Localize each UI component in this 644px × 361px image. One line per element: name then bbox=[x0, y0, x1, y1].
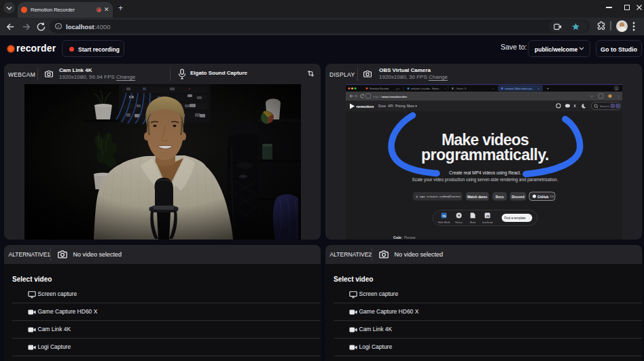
svg-text:Discord: Discord bbox=[512, 195, 524, 199]
svg-text:programmatically.: programmatically. bbox=[421, 146, 549, 164]
svg-text:TS: TS bbox=[442, 215, 446, 218]
svg-text:Code: Code bbox=[393, 236, 401, 240]
svg-text:API: API bbox=[388, 104, 393, 108]
svg-text:$ npx create-video@latest: $ npx create-video@latest bbox=[416, 195, 461, 198]
svg-text:+: + bbox=[547, 86, 549, 90]
svg-text:Find a template →: Find a template → bbox=[504, 216, 530, 220]
svg-text:Docs: Docs bbox=[495, 195, 503, 199]
svg-text:×: × bbox=[444, 88, 446, 90]
svg-text:JS: JS bbox=[486, 215, 489, 218]
svg-text:N: N bbox=[457, 214, 459, 217]
svg-text:remotion: remotion bbox=[356, 104, 374, 109]
svg-text:☆: ☆ bbox=[590, 94, 594, 98]
svg-text:×: × bbox=[538, 88, 539, 90]
svg-text:Next.js: Next.js bbox=[455, 221, 463, 224]
svg-text:⌄: ⌄ bbox=[615, 87, 617, 90]
svg-text:◎ ×: ◎ × bbox=[396, 88, 400, 90]
svg-text:Scale your video production us: Scale your video production using server… bbox=[412, 177, 558, 183]
svg-text:Blank: Blank bbox=[469, 221, 476, 224]
svg-text:welcome | recorder - Remot...: welcome | recorder - Remot... bbox=[411, 88, 440, 90]
svg-text:www.remotion.dev: www.remotion.dev bbox=[381, 95, 408, 98]
svg-text:Remotion Recorder: Remotion Recorder bbox=[370, 88, 389, 90]
svg-text:| Home / X: | Home / X bbox=[456, 88, 467, 90]
svg-text:|: | bbox=[401, 236, 402, 240]
svg-text:19k: 19k bbox=[550, 195, 554, 198]
svg-text:×: × bbox=[493, 88, 494, 90]
svg-text:remotion | Make videos pro...: remotion | Make videos pro... bbox=[505, 88, 534, 90]
svg-text:Create real MP4 videos using R: Create real MP4 videos using React. bbox=[449, 170, 521, 176]
svg-text:⋮: ⋮ bbox=[617, 94, 620, 98]
svg-text:Preview: Preview bbox=[404, 236, 416, 240]
svg-text:Watch demo: Watch demo bbox=[467, 195, 487, 199]
svg-text:More ▾: More ▾ bbox=[407, 104, 417, 108]
svg-text:Search: Search bbox=[600, 104, 609, 108]
svg-text:GitHub: GitHub bbox=[537, 195, 549, 199]
svg-text:Docs: Docs bbox=[378, 104, 387, 108]
svg-text:Hello World: Hello World bbox=[437, 221, 450, 224]
svg-text:https://: https:// bbox=[373, 95, 382, 98]
svg-text:JavaScript: JavaScript bbox=[482, 221, 493, 224]
svg-text:Pricing: Pricing bbox=[395, 104, 406, 108]
